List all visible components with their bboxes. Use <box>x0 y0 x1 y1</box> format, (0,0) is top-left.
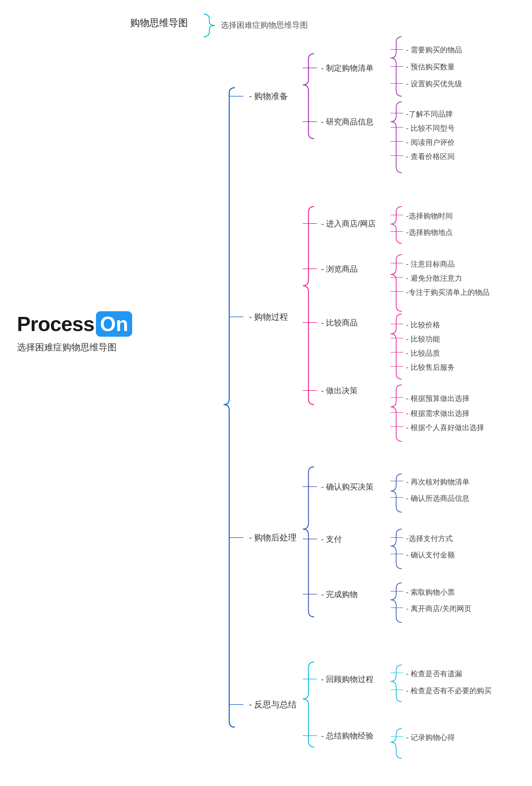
svg-text:- 根据个人喜好做出选择: - 根据个人喜好做出选择 <box>406 423 484 432</box>
svg-text:- 预估购买数量: - 预估购买数量 <box>406 63 455 71</box>
svg-text:购物思维导图: 购物思维导图 <box>130 17 188 28</box>
svg-text:- 需要购买的物品: - 需要购买的物品 <box>406 46 462 54</box>
svg-text:-选择购物时间: -选择购物时间 <box>406 212 453 220</box>
svg-text:- 检查是否有遗漏: - 检查是否有遗漏 <box>406 669 462 678</box>
svg-text:-选择支付方式: -选择支付方式 <box>406 534 453 543</box>
svg-text:- 研究商品信息: - 研究商品信息 <box>321 117 373 126</box>
svg-text:选择困难症购物思维导图: 选择困难症购物思维导图 <box>221 21 308 29</box>
svg-text:- 阅读用户评价: - 阅读用户评价 <box>406 138 455 146</box>
svg-text:- 比较品质: - 比较品质 <box>406 349 440 357</box>
svg-text:- 比较售后服务: - 比较售后服务 <box>406 363 455 371</box>
svg-text:- 反思与总结: - 反思与总结 <box>249 700 297 709</box>
logo-text: Process On <box>17 311 132 337</box>
svg-text:- 避免分散注意力: - 避免分散注意力 <box>406 274 462 282</box>
svg-text:- 再次核对购物清单: - 再次核对购物清单 <box>406 478 469 486</box>
svg-text:- 购物准备: - 购物准备 <box>249 91 288 101</box>
svg-text:- 购物后处理: - 购物后处理 <box>249 533 297 542</box>
svg-text:- 支付: - 支付 <box>321 535 342 544</box>
page-container: Process On 选择困难症购物思维导图 text { font-famil… <box>0 0 532 786</box>
svg-text:- 比较价格: - 比较价格 <box>406 321 440 329</box>
svg-text:- 比较商品: - 比较商品 <box>321 318 358 327</box>
svg-text:- 进入商店/网店: - 进入商店/网店 <box>321 219 376 228</box>
mindmap-svg: text { font-family: "PingFang SC","Micro… <box>119 8 532 778</box>
svg-text:- 回顾购物过程: - 回顾购物过程 <box>321 675 373 684</box>
svg-text:- 总结购物经验: - 总结购物经验 <box>321 732 373 740</box>
svg-text:- 比较不同型号: - 比较不同型号 <box>406 124 455 133</box>
svg-text:- 比较功能: - 比较功能 <box>406 335 440 343</box>
logo-subtitle: 选择困难症购物思维导图 <box>17 341 117 354</box>
svg-text:- 记录购物心得: - 记录购物心得 <box>406 733 455 742</box>
svg-text:- 索取购物小票: - 索取购物小票 <box>406 588 455 596</box>
svg-text:-专注于购买清单上的物品: -专注于购买清单上的物品 <box>406 288 489 297</box>
svg-text:- 根据预算做出选择: - 根据预算做出选择 <box>406 394 469 402</box>
svg-text:- 离开商店/关闭网页: - 离开商店/关闭网页 <box>406 604 471 613</box>
svg-text:- 根据需求做出选择: - 根据需求做出选择 <box>406 409 469 418</box>
svg-text:- 设置购买优先级: - 设置购买优先级 <box>406 79 462 88</box>
svg-text:- 确认所选商品信息: - 确认所选商品信息 <box>406 494 469 503</box>
svg-text:-选择购物地点: -选择购物地点 <box>406 228 453 236</box>
svg-text:- 确认支付金额: - 确认支付金额 <box>406 551 455 559</box>
svg-text:- 检查是否有不必要的购买: - 检查是否有不必要的购买 <box>406 687 491 695</box>
svg-text:- 购物过程: - 购物过程 <box>249 312 288 321</box>
svg-text:- 确认购买决策: - 确认购买决策 <box>321 482 373 491</box>
svg-text:- 制定购物清单: - 制定购物清单 <box>321 64 373 72</box>
logo-area: Process On 选择困难症购物思维导图 <box>17 311 132 354</box>
logo-process: Process <box>17 313 94 336</box>
svg-text:- 浏览商品: - 浏览商品 <box>321 264 358 273</box>
svg-text:- 注意目标商品: - 注意目标商品 <box>406 260 455 268</box>
svg-text:- 查看价格区间: - 查看价格区间 <box>406 152 455 161</box>
svg-text:-了解不同品牌: -了解不同品牌 <box>406 110 453 118</box>
svg-text:- 做出决策: - 做出决策 <box>321 386 358 395</box>
svg-text:- 完成购物: - 完成购物 <box>321 590 358 599</box>
